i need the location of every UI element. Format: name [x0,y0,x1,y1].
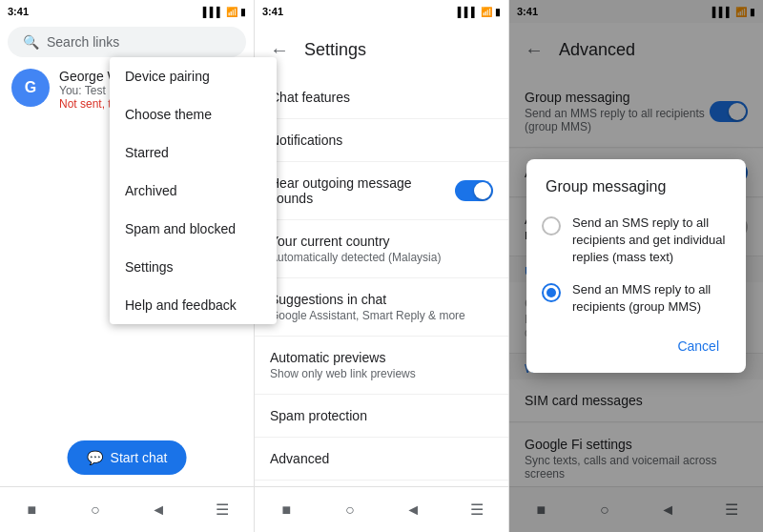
dialog-cancel-button[interactable]: Cancel [666,331,731,361]
settings-item-previews[interactable]: Automatic previews Show only web link pr… [255,337,508,395]
search-bar[interactable]: 🔍 Search links [8,27,246,57]
menu-item-device-pairing[interactable]: Device pairing [110,57,277,95]
nav-menu-left[interactable]: ☰ [211,499,234,522]
chat-icon: 💬 [87,450,103,465]
dialog-option-mms-text: Send an MMS reply to all recipients (gro… [572,281,731,316]
signal-icon-m: ▌▌▌ [458,7,478,17]
previews-title: Automatic previews [270,350,493,365]
nav-circle-left[interactable]: ○ [84,499,107,522]
settings-item-advanced[interactable]: Advanced [255,438,508,481]
start-chat-label: Start chat [111,450,168,465]
radio-sms[interactable] [542,216,561,235]
sounds-toggle[interactable] [455,180,493,201]
avatar: G [11,69,50,107]
group-messaging-dialog: Group messaging Send an SMS reply to all… [526,159,746,374]
settings-item-suggestions[interactable]: Suggestions in chat Google Assistant, Sm… [255,278,508,337]
time-middle: 3:41 [262,6,283,17]
status-bar-left: 3:41 ▌▌▌ 📶 ▮ [0,0,254,23]
settings-title: Settings [304,40,366,60]
menu-item-starred[interactable]: Starred [110,133,277,172]
time-left: 3:41 [8,6,29,17]
battery-icon-m: ▮ [495,7,501,17]
settings-item-spam[interactable]: Spam protection [255,395,508,438]
menu-item-help-feedback[interactable]: Help and feedback [110,286,277,324]
nav-stop-left[interactable]: ■ [20,499,43,522]
settings-item-country[interactable]: Your current country Automatically detec… [255,220,508,278]
dialog-actions: Cancel [526,323,746,365]
sounds-title: Hear outgoing message sounds [270,175,455,206]
panel-left: 3:41 ▌▌▌ 📶 ▮ 🔍 Search links G George Won… [0,0,255,532]
signal-icon: ▌▌▌ [203,7,223,17]
nav-back-middle[interactable]: ◄ [402,499,424,522]
settings-header: ← Settings [255,23,508,76]
menu-item-choose-theme[interactable]: Choose theme [110,95,277,133]
settings-item-sounds[interactable]: Hear outgoing message sounds [255,162,508,220]
previews-subtitle: Show only web link previews [270,367,493,380]
wifi-icon-m: 📶 [481,7,492,17]
dialog-option-sms[interactable]: Send an SMS reply to all recipients and … [526,207,746,275]
settings-item-notifications[interactable]: Notifications [255,119,508,162]
dialog-overlay: Group messaging Send an SMS reply to all… [509,0,763,532]
settings-item-title: Chat features [270,90,493,105]
nav-stop-middle[interactable]: ■ [275,499,298,522]
dialog-title: Group messaging [526,178,746,207]
panel-right: 3:41 ▌▌▌ 📶 ▮ ← Advanced Group messaging … [509,0,763,532]
spam-title: Spam protection [270,408,493,423]
advanced-title: Advanced [270,451,493,466]
dialog-option-sms-text: Send an SMS reply to all recipients and … [572,215,731,267]
sounds-row: Hear outgoing message sounds [270,175,493,206]
menu-item-archived[interactable]: Archived [110,172,277,210]
menu-item-settings[interactable]: Settings [110,248,277,286]
nav-menu-middle[interactable]: ☰ [465,499,488,522]
nav-circle-middle[interactable]: ○ [339,499,361,522]
country-subtitle: Automatically detected (Malaysia) [270,251,493,264]
bottom-nav-middle: ■ ○ ◄ ☰ [255,486,508,532]
status-icons-left: ▌▌▌ 📶 ▮ [203,7,246,17]
search-placeholder: Search links [47,34,119,50]
nav-back-left[interactable]: ◄ [147,499,170,522]
wifi-icon: 📶 [226,7,237,17]
settings-item-title: Notifications [270,133,493,148]
panel-middle: 3:41 ▌▌▌ 📶 ▮ ← Settings Chat features No… [255,0,509,532]
battery-icon: ▮ [240,7,246,17]
settings-list: Chat features Notifications Hear outgoin… [255,76,508,486]
dropdown-menu: Device pairing Choose theme Starred Arch… [110,57,277,324]
bottom-nav-left: ■ ○ ◄ ☰ [0,486,254,532]
status-icons-middle: ▌▌▌ 📶 ▮ [458,7,501,17]
start-chat-button[interactable]: 💬 Start chat [68,440,187,475]
radio-mms[interactable] [542,283,561,302]
dialog-option-mms[interactable]: Send an MMS reply to all recipients (gro… [526,274,746,323]
status-bar-middle: 3:41 ▌▌▌ 📶 ▮ [255,0,508,23]
country-title: Your current country [270,234,493,249]
suggestions-title: Suggestions in chat [270,292,493,307]
search-icon: 🔍 [23,34,39,50]
settings-item-chat-features[interactable]: Chat features [255,76,508,119]
menu-item-spam-blocked[interactable]: Spam and blocked [110,210,277,248]
suggestions-subtitle: Google Assistant, Smart Reply & more [270,309,493,322]
